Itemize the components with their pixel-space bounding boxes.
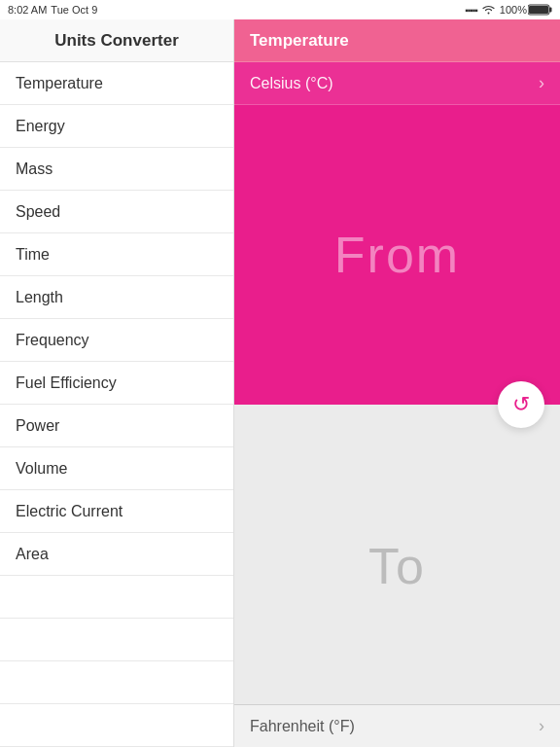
status-time: 8:02 AM [8, 4, 47, 16]
to-unit-selector[interactable]: Fahrenheit (°F) › [234, 704, 560, 747]
sidebar-item-volume[interactable]: Volume [0, 447, 233, 490]
swap-icon: ↺ [512, 392, 530, 417]
to-label-area[interactable]: To [234, 405, 560, 704]
sidebar-item-speed[interactable]: Speed [0, 191, 233, 233]
sidebar-item-energy[interactable]: Energy [0, 105, 233, 148]
from-label-area[interactable]: From [234, 105, 560, 405]
sidebar-item-label-energy: Energy [16, 118, 65, 135]
sidebar-item-label-frequency: Frequency [16, 332, 89, 349]
from-placeholder: From [334, 226, 460, 284]
svg-rect-2 [529, 6, 548, 14]
to-chevron-icon: › [539, 716, 544, 736]
sidebar: Units Converter TemperatureEnergyMassSpe… [0, 19, 234, 747]
right-panel-header: Temperature [234, 19, 560, 62]
sidebar-item-label-time: Time [16, 246, 50, 264]
sidebar-item-blank2[interactable] [0, 619, 233, 661]
status-left: 8:02 AM Tue Oct 9 [8, 4, 97, 16]
from-section: Celsius (°C) › From ↺ [234, 62, 560, 405]
swap-button[interactable]: ↺ [498, 381, 544, 428]
sidebar-item-power[interactable]: Power [0, 405, 233, 447]
sidebar-item-label-power: Power [16, 417, 59, 435]
sidebar-item-label-area: Area [16, 546, 49, 563]
sidebar-item-label-temperature: Temperature [16, 75, 103, 92]
sidebar-item-label-volume: Volume [16, 460, 67, 478]
swap-button-container: ↺ [498, 381, 544, 428]
sidebar-item-temperature[interactable]: Temperature [0, 62, 233, 105]
sidebar-list: TemperatureEnergyMassSpeedTimeLengthFreq… [0, 62, 233, 747]
sidebar-item-blank4[interactable] [0, 704, 233, 747]
right-panel-title: Temperature [250, 31, 349, 51]
status-date: Tue Oct 9 [51, 4, 97, 16]
to-placeholder: To [368, 537, 426, 595]
status-bar: 8:02 AM Tue Oct 9 ▪▪▪▪▪ 100% [0, 0, 560, 19]
sidebar-item-length[interactable]: Length [0, 276, 233, 319]
sidebar-item-label-mass: Mass [16, 160, 52, 178]
battery-icon: 100% [500, 4, 552, 16]
wifi-icon [481, 3, 496, 17]
from-unit-selector[interactable]: Celsius (°C) › [234, 62, 560, 105]
to-section: To Fahrenheit (°F) › [234, 405, 560, 747]
sidebar-item-area[interactable]: Area [0, 533, 233, 576]
right-panel: Temperature Celsius (°C) › From ↺ To [234, 19, 560, 747]
from-chevron-icon: › [539, 73, 544, 93]
sidebar-item-label-length: Length [16, 289, 63, 306]
sidebar-item-mass[interactable]: Mass [0, 148, 233, 191]
sidebar-header: Units Converter [0, 19, 233, 62]
svg-rect-1 [549, 8, 552, 13]
sidebar-title: Units Converter [54, 31, 179, 51]
to-unit-label: Fahrenheit (°F) [250, 718, 355, 735]
status-right: ▪▪▪▪▪ 100% [465, 3, 552, 17]
battery-text: 100% [500, 4, 527, 16]
sidebar-item-label-speed: Speed [16, 203, 60, 221]
sidebar-item-electric_current[interactable]: Electric Current [0, 490, 233, 533]
sidebar-item-blank3[interactable] [0, 661, 233, 704]
from-unit-label: Celsius (°C) [250, 75, 333, 92]
sidebar-item-label-fuel_efficiency: Fuel Efficiency [16, 374, 117, 392]
sidebar-item-label-electric_current: Electric Current [16, 503, 122, 520]
sidebar-item-time[interactable]: Time [0, 233, 233, 276]
sidebar-item-blank1[interactable] [0, 576, 233, 619]
sidebar-item-fuel_efficiency[interactable]: Fuel Efficiency [0, 362, 233, 405]
signal-icon: ▪▪▪▪▪ [465, 5, 477, 16]
main-layout: Units Converter TemperatureEnergyMassSpe… [0, 19, 560, 747]
sidebar-item-frequency[interactable]: Frequency [0, 319, 233, 362]
